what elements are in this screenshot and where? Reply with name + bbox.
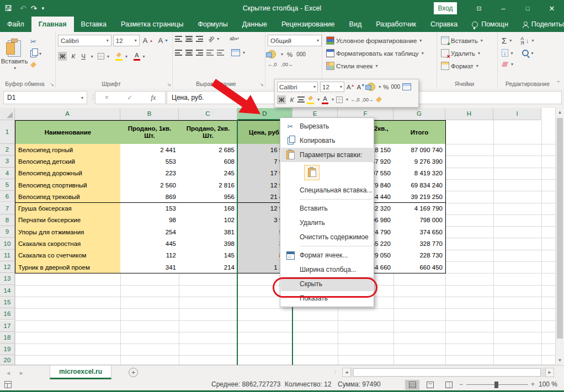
row-header-17[interactable]: 17 xyxy=(0,320,15,332)
cell-B3[interactable]: 553 xyxy=(120,155,179,168)
align-bottom-icon[interactable] xyxy=(196,36,203,42)
paste-option-button[interactable] xyxy=(304,165,320,180)
scroll-left-icon[interactable]: ◄ xyxy=(342,368,351,377)
insert-cells-button[interactable]: Вставить▾ xyxy=(439,35,495,46)
align-right-icon[interactable] xyxy=(196,50,203,56)
mini-fill-color-icon[interactable] xyxy=(307,95,314,104)
tab-формулы[interactable]: Формулы xyxy=(190,17,235,32)
cell-A8[interactable]: Перчатки боксерские xyxy=(15,214,121,227)
scroll-up-icon[interactable]: ▲ xyxy=(556,108,564,117)
copy-button[interactable]: ▾ xyxy=(29,49,43,58)
cell-C5[interactable]: 2 816 xyxy=(179,179,238,191)
cell-G12[interactable]: 660 450 xyxy=(393,261,446,273)
zoom-in-icon[interactable]: + xyxy=(531,380,535,388)
column-header-B[interactable]: B xyxy=(120,108,179,120)
horizontal-scroll-thumb[interactable] xyxy=(353,368,541,377)
cell-C10[interactable]: 398 xyxy=(179,238,238,250)
cell-G1[interactable]: Итого xyxy=(393,120,446,144)
menu-item-delete[interactable]: Удалить xyxy=(281,216,373,230)
vertical-scrollbar[interactable]: ▲ ▼ xyxy=(555,108,564,365)
tab-файл[interactable]: Файл xyxy=(0,17,31,32)
cell-C8[interactable]: 102 xyxy=(179,214,238,227)
tab-разработчик[interactable]: Разработчик xyxy=(369,17,423,32)
tab-поделиться[interactable]: Поделиться xyxy=(515,17,564,32)
menu-item-paste[interactable] xyxy=(281,162,373,183)
cell-A12[interactable]: Турник в дверной проем xyxy=(15,261,121,273)
font-color-button[interactable]: А▾ xyxy=(132,51,147,62)
mini-align-center-icon[interactable] xyxy=(297,96,305,103)
row-header-18[interactable]: 18 xyxy=(0,332,15,343)
italic-button[interactable]: К xyxy=(70,52,77,61)
row-header-10[interactable]: 10 xyxy=(0,238,15,249)
autosum-button[interactable]: Σ▾ xyxy=(500,35,513,46)
cell-B6[interactable]: 869 xyxy=(120,191,179,203)
mini-borders-icon[interactable] xyxy=(336,96,343,103)
font-dialog-launcher-icon[interactable]: ↘ xyxy=(167,82,171,87)
font-name-select[interactable]: Calibri▾ xyxy=(58,35,111,46)
menu-item-copy[interactable]: Копировать xyxy=(281,133,373,148)
new-sheet-icon[interactable]: + xyxy=(129,368,138,377)
mini-increase-font-icon[interactable]: A▲ xyxy=(347,83,355,90)
borders-button[interactable]: ▾ xyxy=(96,52,111,61)
tab-помощн[interactable]: Помощн xyxy=(465,17,515,32)
cell-B10[interactable]: 445 xyxy=(120,238,179,250)
clear-button[interactable]: ▾ xyxy=(500,61,515,68)
row-header-1[interactable]: 1 xyxy=(0,120,15,144)
scrollbar-resize-handle[interactable]: ⁞ xyxy=(334,369,337,375)
cell-B5[interactable]: 2 560 xyxy=(120,179,179,191)
column-header-C[interactable]: C xyxy=(179,108,237,120)
menu-item-clear-contents[interactable]: Очистить содержимое xyxy=(281,230,373,244)
conditional-formatting-button[interactable]: Условное форматирование▾ xyxy=(324,35,434,46)
cell-A11[interactable]: Скакалка со счетчиком xyxy=(15,250,121,262)
macro-record-icon[interactable] xyxy=(4,381,12,388)
cell-B12[interactable]: 341 xyxy=(120,261,179,273)
number-format-select[interactable]: Общий▾ xyxy=(268,35,322,46)
row-header-3[interactable]: 3 xyxy=(0,155,15,167)
column-header-H[interactable]: H xyxy=(445,108,493,120)
cell-A4[interactable]: Велосипед дорожный xyxy=(15,168,121,180)
mini-format-painter-icon[interactable] xyxy=(376,96,382,103)
select-all-corner[interactable] xyxy=(0,108,15,120)
cell-A7[interactable]: Груша боксерская xyxy=(15,203,121,215)
cell-G4[interactable]: 8 419 320 xyxy=(393,168,446,180)
cancel-icon[interactable]: × xyxy=(105,94,109,101)
column-header-G[interactable]: G xyxy=(393,108,445,120)
menu-item-paste-special[interactable]: Специальная вставка... xyxy=(281,183,373,197)
sign-in-button[interactable]: Вход xyxy=(434,2,457,14)
cell-G6[interactable]: 39 219 250 xyxy=(393,191,446,203)
cell-B2[interactable]: 2 441 xyxy=(120,144,179,156)
enter-icon[interactable]: ✓ xyxy=(127,94,132,101)
cell-B4[interactable]: 223 xyxy=(120,168,179,180)
cell-C12[interactable]: 214 xyxy=(179,261,238,273)
align-center-icon[interactable] xyxy=(185,50,193,56)
row-header-20[interactable]: 20 xyxy=(0,355,15,365)
sort-filter-button[interactable]: АЯ↓▾ xyxy=(519,35,535,46)
paste-button[interactable]: Вставить ▾ xyxy=(2,35,26,76)
normal-view-button[interactable] xyxy=(405,380,419,390)
menu-item-cut[interactable]: ✂Вырезать xyxy=(281,119,373,133)
increase-indent-icon[interactable] xyxy=(217,50,224,56)
cell-A6[interactable]: Велосипед трековый xyxy=(15,191,121,203)
clipboard-dialog-launcher-icon[interactable]: ↘ xyxy=(50,82,54,87)
accounting-format-icon[interactable] xyxy=(268,50,276,58)
row-header-9[interactable]: 9 xyxy=(0,226,15,238)
column-header-I[interactable]: I xyxy=(493,108,541,120)
cell-A1[interactable]: Наименование xyxy=(15,120,121,144)
decrease-decimal-icon[interactable]: ,00→ xyxy=(281,62,294,67)
cell-C2[interactable]: 2 685 xyxy=(179,144,238,156)
zoom-level[interactable]: 100 % xyxy=(539,380,557,388)
row-header-15[interactable]: 15 xyxy=(0,297,15,308)
cell-A9[interactable]: Упоры для отжимания xyxy=(15,226,121,238)
format-painter-button[interactable] xyxy=(29,61,43,69)
row-header-12[interactable]: 12 xyxy=(0,261,15,273)
tab-данные[interactable]: Данные xyxy=(235,17,274,32)
mini-italic-button[interactable]: К xyxy=(288,95,295,104)
alignment-dialog-launcher-icon[interactable]: ↘ xyxy=(259,82,264,87)
mini-decrease-font-icon[interactable]: A▼ xyxy=(357,83,365,90)
menu-item-insert[interactable]: Вставить xyxy=(281,201,373,216)
mini-comma-icon[interactable]: 000 xyxy=(391,84,400,90)
close-button[interactable]: ✕ xyxy=(540,0,564,17)
cell-A2[interactable]: Велосипед горный xyxy=(15,144,121,156)
cell-C1[interactable]: Продано, 2кв. Шт. xyxy=(179,120,238,144)
cell-C9[interactable]: 381 xyxy=(179,226,238,238)
